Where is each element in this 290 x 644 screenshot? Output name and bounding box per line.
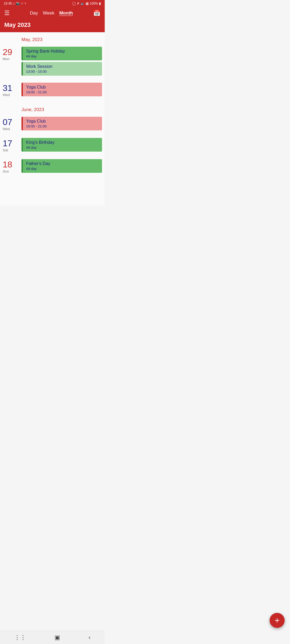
day-info: 17Sat — [3, 138, 19, 152]
event-title: Work Session — [26, 64, 99, 69]
event-title: Yoga Club — [26, 119, 99, 124]
day-row: 29MonSpring Bank HolidayAll dayWork Sess… — [0, 45, 105, 77]
event-title: Spring Bank Holiday — [26, 49, 99, 54]
day-info: 07Wed — [3, 117, 19, 131]
event-card[interactable]: Spring Bank HolidayAll day — [21, 47, 102, 60]
day-number: 29 — [3, 48, 12, 56]
day-row: 31WedYoga Club19:00 - 21:00 — [0, 81, 105, 98]
battery-icon: ▮ — [99, 2, 101, 5]
image-icon: 📷 — [16, 2, 20, 5]
day-name: Mon — [3, 57, 9, 61]
status-bar: 16:45 □ 📷 ✓ • ◯ ✗ 🔈 ▩ 100% ▮ — [0, 0, 105, 7]
day-info: 31Wed — [3, 83, 19, 97]
event-card[interactable]: Yoga Club19:00 - 21:00 — [21, 117, 102, 130]
battery-display: 100% — [90, 2, 98, 5]
events-column: Yoga Club19:00 - 21:00 — [21, 83, 102, 96]
status-right: ◯ ✗ 🔈 ▩ 100% ▮ — [72, 2, 101, 5]
month-section-header: May, 2023 — [0, 32, 105, 45]
event-card[interactable]: Yoga Club19:00 - 21:00 — [21, 83, 102, 96]
day-number: 18 — [3, 160, 12, 169]
events-column: Spring Bank HolidayAll dayWork Session13… — [21, 47, 102, 76]
dot-icon: • — [25, 2, 26, 5]
event-time: All day — [26, 54, 99, 58]
event-time: All day — [26, 167, 99, 171]
time-display: 16:45 — [4, 2, 12, 5]
top-nav-bar: ☰ Day Week Month 📅 — [0, 7, 105, 19]
hamburger-menu-icon[interactable]: ☰ — [4, 10, 10, 17]
view-tabs: Day Week Month — [30, 10, 73, 16]
bluetooth-icon: ✗ — [77, 2, 79, 5]
event-card[interactable]: Father's DayAll day — [21, 159, 102, 173]
events-column: Yoga Club19:00 - 21:00 — [21, 117, 102, 130]
event-card[interactable]: King's BirthdayAll day — [21, 138, 102, 152]
alarm-icon: ◯ — [72, 2, 76, 5]
event-time: All day — [26, 145, 99, 149]
check-icon: ✓ — [21, 2, 24, 5]
day-number: 31 — [3, 84, 12, 92]
day-name: Wed — [3, 127, 10, 131]
calendar-today-icon[interactable]: 📅 — [93, 10, 100, 17]
event-title: Father's Day — [26, 161, 99, 166]
event-time: 19:00 - 21:00 — [26, 124, 99, 128]
day-name: Sat — [3, 148, 8, 152]
day-info: 29Mon — [3, 47, 19, 61]
mute-icon: 🔈 — [81, 2, 85, 5]
tab-month[interactable]: Month — [59, 10, 73, 16]
signal-icon: ▩ — [86, 2, 89, 5]
tab-day[interactable]: Day — [30, 10, 38, 16]
day-number: 07 — [3, 118, 12, 126]
tab-week[interactable]: Week — [43, 10, 55, 16]
month-year-title: May 2023 — [4, 21, 31, 28]
day-row: 18SunFather's DayAll day — [0, 158, 105, 175]
day-info: 18Sun — [3, 159, 19, 173]
event-card[interactable]: Work Session13:00 - 15:00 — [21, 62, 102, 76]
events-column: King's BirthdayAll day — [21, 138, 102, 152]
day-row: 07WedYoga Club19:00 - 21:00 — [0, 115, 105, 133]
event-time: 13:00 - 15:00 — [26, 69, 99, 74]
month-title-bar: May 2023 — [0, 19, 105, 32]
event-title: King's Birthday — [26, 140, 99, 145]
day-name: Sun — [3, 169, 9, 173]
events-column: Father's DayAll day — [21, 159, 102, 173]
month-section-header: June, 2023 — [0, 102, 105, 115]
day-number: 17 — [3, 139, 12, 148]
status-left: 16:45 □ 📷 ✓ • — [4, 2, 26, 5]
sim-icon: □ — [13, 2, 15, 5]
day-name: Wed — [3, 93, 10, 97]
event-title: Yoga Club — [26, 85, 99, 90]
day-row: 17SatKing's BirthdayAll day — [0, 136, 105, 154]
event-time: 19:00 - 21:00 — [26, 90, 99, 94]
event-list-content: May, 202329MonSpring Bank HolidayAll day… — [0, 32, 105, 206]
